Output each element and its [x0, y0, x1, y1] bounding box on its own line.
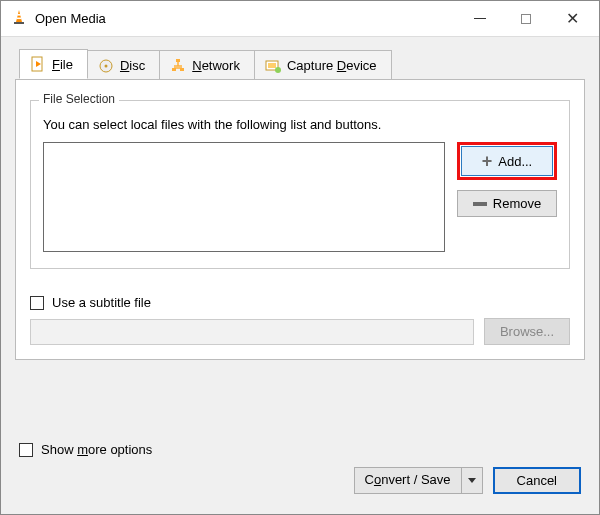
svg-marker-0: [16, 10, 22, 22]
minimize-button[interactable]: [457, 1, 503, 36]
tab-label: Capture Device: [287, 58, 377, 73]
maximize-button[interactable]: [503, 1, 549, 36]
tab-label: Disc: [120, 58, 145, 73]
tab-network[interactable]: Network: [159, 50, 255, 80]
show-more-checkbox[interactable]: [19, 443, 33, 457]
svg-rect-1: [17, 14, 21, 16]
plus-icon: +: [482, 152, 493, 170]
file-list[interactable]: [43, 142, 445, 252]
svg-rect-8: [176, 59, 180, 62]
tab-file[interactable]: File: [19, 49, 88, 79]
tab-label: File: [52, 57, 73, 72]
add-button-highlight: + Add...: [457, 142, 557, 180]
file-selection-hint: You can select local files with the foll…: [43, 117, 557, 132]
tab-label: Network: [192, 58, 240, 73]
disc-icon: [98, 58, 114, 74]
convert-save-button[interactable]: Convert / Save: [354, 467, 483, 494]
browse-button: Browse...: [484, 318, 570, 345]
close-button[interactable]: ✕: [549, 1, 595, 36]
tab-bar: File Disc: [19, 49, 585, 79]
vlc-cone-icon: [11, 9, 27, 28]
subtitle-checkbox[interactable]: [30, 296, 44, 310]
file-panel: File Selection You can select local file…: [15, 79, 585, 360]
subtitle-path-input: [30, 319, 474, 345]
svg-rect-2: [17, 18, 22, 20]
cancel-button[interactable]: Cancel: [493, 467, 581, 494]
tab-disc[interactable]: Disc: [87, 50, 160, 80]
file-icon: [30, 56, 46, 72]
add-button[interactable]: + Add...: [461, 146, 553, 176]
file-selection-legend: File Selection: [39, 92, 119, 106]
add-button-label: Add...: [498, 154, 532, 169]
svg-point-16: [275, 67, 281, 73]
chevron-down-icon: [468, 478, 476, 483]
svg-rect-3: [14, 22, 24, 24]
window-title: Open Media: [35, 11, 457, 26]
tab-capture-device[interactable]: Capture Device: [254, 50, 392, 80]
file-selection-group: File Selection You can select local file…: [30, 100, 570, 269]
show-more-label: Show more options: [41, 442, 152, 457]
titlebar: Open Media ✕: [1, 1, 599, 37]
convert-save-dropdown[interactable]: [462, 468, 482, 493]
network-icon: [170, 58, 186, 74]
remove-button-label: Remove: [493, 196, 541, 211]
subtitle-checkbox-label: Use a subtitle file: [52, 295, 151, 310]
minus-icon: [473, 202, 487, 206]
capture-device-icon: [265, 58, 281, 74]
svg-point-7: [104, 64, 107, 67]
convert-save-label: Convert / Save: [355, 468, 462, 493]
svg-rect-15: [268, 63, 276, 68]
remove-button[interactable]: Remove: [457, 190, 557, 217]
